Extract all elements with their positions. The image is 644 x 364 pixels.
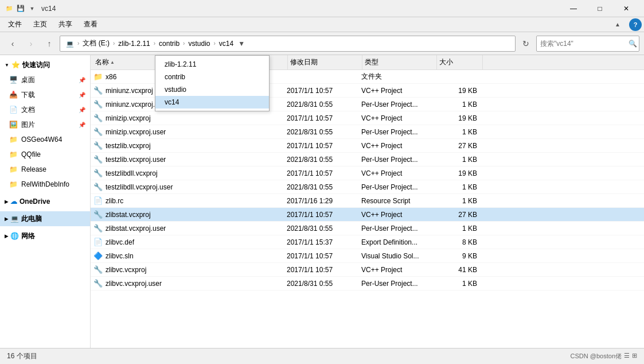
file-type: VC++ Project: [359, 142, 434, 150]
window-title: vc14: [41, 5, 560, 13]
forward-button[interactable]: ›: [23, 36, 39, 52]
help-button[interactable]: ?: [629, 18, 642, 31]
table-row[interactable]: 📄 zlibvc.def 2017/1/1 15:37 Export Defin…: [91, 235, 644, 249]
window-icon-folder: 📁: [5, 4, 14, 13]
file-date: 2017/1/1 10:57: [284, 266, 359, 274]
sidebar-item-downloads[interactable]: 📥 下载 📌: [0, 87, 90, 102]
file-size: 1 KB: [434, 128, 479, 136]
pin-icon-pic: 📌: [79, 122, 85, 128]
sidebar-item-desktop[interactable]: 🖥️ 桌面 📌: [0, 72, 90, 87]
breadcrumb-vstudio[interactable]: vstudio: [186, 38, 212, 49]
file-type: Per-User Project...: [359, 100, 434, 109]
search-input[interactable]: [540, 40, 626, 48]
downloads-icon: 📥: [9, 91, 18, 99]
breadcrumb-computer[interactable]: 💻: [64, 38, 76, 49]
col-header-date[interactable]: 修改日期: [288, 55, 362, 69]
sidebar-item-pictures[interactable]: 🖼️ 图片 📌: [0, 117, 90, 132]
thispc-label: 此电脑: [21, 214, 42, 224]
documents-label: 文档: [21, 105, 35, 115]
sidebar-item-release[interactable]: 📁 Release: [0, 162, 90, 177]
popup-item-contrib[interactable]: contrib: [155, 71, 269, 83]
chevron-right-icon-net: ▶: [5, 234, 8, 239]
chevron-down-icon: ▼: [5, 63, 9, 68]
status-right: CSDN @boston佬 ☰ ⊞: [571, 352, 637, 361]
table-row[interactable]: 🔧 testzlibdll.vcxproj.user 2021/8/31 0:5…: [91, 180, 644, 194]
title-bar-icons: 📁 💾 ▼: [5, 4, 37, 13]
search-icon: 🔍: [629, 40, 637, 48]
release-icon: 📁: [9, 165, 18, 173]
file-date: 2017/1/1 10:57: [284, 142, 359, 150]
menu-file[interactable]: 文件: [2, 18, 28, 31]
up-button[interactable]: ↑: [41, 36, 57, 52]
menu-share[interactable]: 共享: [53, 18, 78, 31]
file-size: 1 KB: [434, 100, 479, 109]
quick-access-icon: ⭐: [11, 61, 20, 69]
table-row[interactable]: 🔧 minizip.vcxproj.user 2021/8/31 0:55 Pe…: [91, 125, 644, 139]
sidebar-item-relwithdebinfo[interactable]: 📁 RelWithDebInfo: [0, 177, 90, 192]
file-name: zlibstat.vcxproj.user: [103, 224, 284, 233]
popup-item-vstudio[interactable]: vstudio: [155, 83, 269, 96]
file-name: zlibstat.vcxproj: [103, 211, 284, 219]
file-icon-user: 🔧: [93, 154, 103, 165]
breadcrumb-drive[interactable]: 文档 (E:): [80, 37, 112, 49]
release-label: Release: [21, 165, 46, 173]
network-label: 网络: [21, 231, 35, 241]
pin-icon-doc: 📌: [79, 107, 85, 113]
chevron-right-icon-od: ▶: [5, 199, 8, 204]
table-row[interactable]: 📄 zlib.rc 2017/1/16 1:29 Resource Script…: [91, 194, 644, 208]
desktop-icon: 🖥️: [9, 76, 18, 84]
menu-view[interactable]: 查看: [78, 18, 103, 31]
file-type: Per-User Project...: [359, 156, 434, 164]
menu-home[interactable]: 主页: [28, 18, 53, 31]
table-row[interactable]: 🔧 zlibstat.vcxproj.user 2021/8/31 0:55 P…: [91, 222, 644, 235]
breadcrumb-zlib[interactable]: zlib-1.2.11: [116, 38, 152, 49]
sidebar-item-osgeo[interactable]: 📁 OSGeo4W64: [0, 132, 90, 147]
sidebar-quick-access-header[interactable]: ▼ ⭐ 快速访问: [0, 57, 90, 72]
col-header-type[interactable]: 类型: [362, 55, 437, 69]
file-name: zlibvc.vcxproj.user: [103, 280, 284, 288]
breadcrumb-vc14[interactable]: vc14: [217, 38, 236, 49]
table-row[interactable]: 🔧 testzlib.vcxproj.user 2021/8/31 0:55 P…: [91, 153, 644, 166]
collapse-ribbon-button[interactable]: ▲: [610, 17, 626, 33]
file-type: Visual Studio Sol...: [359, 252, 434, 260]
file-date: 2021/8/31 0:55: [284, 100, 359, 109]
file-name: minizip.vcxproj.user: [103, 128, 284, 136]
file-type: VC++ Project: [359, 211, 434, 219]
col-header-size[interactable]: 大小: [437, 55, 483, 69]
table-row[interactable]: 🔧 zlibstat.vcxproj 2017/1/1 10:57 VC++ P…: [91, 208, 644, 222]
address-dropdown-button[interactable]: ▼: [236, 36, 247, 51]
file-name: testzlibdll.vcxproj.user: [103, 183, 284, 191]
maximize-button[interactable]: □: [587, 0, 613, 17]
address-bar[interactable]: 💻 › 文档 (E:) › zlib-1.2.11 › contrib › vs…: [60, 36, 516, 52]
table-row[interactable]: 🔧 zlibvc.vcxproj 2017/1/1 10:57 VC++ Pro…: [91, 263, 644, 277]
popup-item-vc14[interactable]: vc14: [155, 96, 269, 109]
breadcrumb-contrib[interactable]: contrib: [157, 38, 182, 49]
minimize-button[interactable]: —: [560, 0, 587, 17]
file-date: 2017/1/1 10:57: [284, 87, 359, 95]
table-row[interactable]: 🔧 testzlib.vcxproj 2017/1/1 10:57 VC++ P…: [91, 139, 644, 153]
status-view-icon2[interactable]: ⊞: [632, 352, 637, 361]
sidebar-item-documents[interactable]: 📄 文档 📌: [0, 102, 90, 117]
popup-item-zlib[interactable]: zlib-1.2.11: [155, 58, 269, 71]
file-size: 8 KB: [434, 238, 479, 246]
file-size: 19 KB: [434, 87, 479, 95]
table-row[interactable]: 🔧 zlibvc.vcxproj.user 2021/8/31 0:55 Per…: [91, 277, 644, 291]
file-type: Per-User Project...: [359, 280, 434, 288]
sidebar-onedrive-header[interactable]: ▶ ☁ OneDrive: [0, 194, 90, 209]
sidebar-thispc-header[interactable]: ▶ 💻 此电脑: [0, 211, 90, 226]
sidebar-network-header[interactable]: ▶ 🌐 网络: [0, 229, 90, 243]
status-view-icon1[interactable]: ☰: [624, 352, 630, 361]
file-name: testzlib.vcxproj: [103, 142, 284, 150]
table-row[interactable]: 🔧 testzlibdll.vcxproj 2017/1/1 10:57 VC+…: [91, 166, 644, 180]
table-row[interactable]: 🔷 zlibvc.sln 2017/1/1 10:57 Visual Studi…: [91, 249, 644, 263]
refresh-button[interactable]: ↻: [518, 36, 534, 52]
sidebar-item-qqfile[interactable]: 📁 QQfile: [0, 147, 90, 162]
close-button[interactable]: ✕: [613, 0, 639, 17]
pin-icon: 📌: [79, 77, 85, 83]
status-bar: 16 个项目 CSDN @boston佬 ☰ ⊞: [0, 348, 644, 364]
file-icon-user: 🔧: [93, 278, 103, 289]
relwithdebinfo-label: RelWithDebInfo: [21, 180, 69, 188]
table-row[interactable]: 🔧 minizip.vcxproj 2017/1/1 10:57 VC++ Pr…: [91, 111, 644, 125]
back-button[interactable]: ‹: [5, 36, 21, 52]
search-box[interactable]: 🔍: [536, 36, 639, 52]
